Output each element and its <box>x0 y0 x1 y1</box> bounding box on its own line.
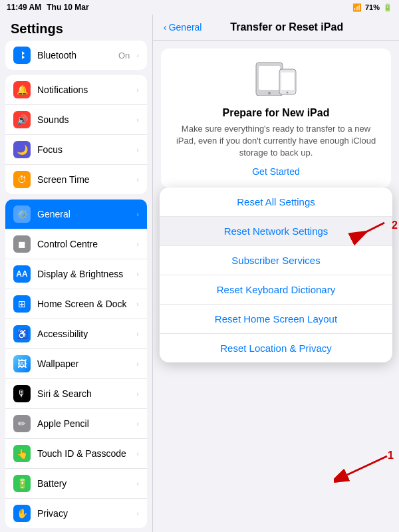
sidebar-title: Settings <box>0 15 152 41</box>
status-time: 11:49 AM <box>7 3 41 12</box>
battery-chevron: › <box>136 479 139 487</box>
sidebar-item-sounds[interactable]: 🔊 Sounds › <box>5 105 147 135</box>
applepencil-label: Apple Pencil <box>37 418 130 429</box>
battery-icon: 🔋 <box>13 475 31 492</box>
prepare-card: Prepare for New iPad Make sure everythin… <box>161 49 391 188</box>
focus-chevron: › <box>136 146 139 154</box>
reset-all-settings-option[interactable]: Reset All Settings <box>160 188 392 217</box>
controlcentre-label: Control Centre <box>37 239 130 249</box>
bluetooth-value: On <box>118 51 130 61</box>
sidebar-item-controlcentre[interactable]: ◼ Control Centre › <box>5 229 147 259</box>
sidebar-item-general[interactable]: ⚙️ General › <box>5 200 147 229</box>
wallpaper-label: Wallpaper <box>37 358 130 369</box>
sidebar-item-applepencil[interactable]: ✏ Apple Pencil › <box>5 409 147 439</box>
sidebar-item-bluetooth[interactable]: Bluetooth On › <box>5 41 147 70</box>
notifications-chevron: › <box>136 86 139 94</box>
sidebar-item-accessibility[interactable]: ♿ Accessibility › <box>5 319 147 349</box>
reset-location-label: Reset Location & Privacy <box>220 342 332 354</box>
screentime-icon: ⏱ <box>13 171 31 188</box>
back-chevron-icon: ‹ <box>164 22 167 33</box>
sidebar-group-system: 🔔 Notifications › 🔊 Sounds › 🌙 Focus › ⏱… <box>5 75 147 194</box>
svg-rect-1 <box>259 66 280 90</box>
devices-svg <box>253 59 299 96</box>
arrow2-svg <box>344 219 398 249</box>
sidebar-item-siri[interactable]: 🎙 Siri & Search › <box>5 379 147 409</box>
screentime-label: Screen Time <box>37 174 130 185</box>
bluetooth-label: Bluetooth <box>37 50 112 61</box>
sidebar-item-wallpaper[interactable]: 🖼 Wallpaper › <box>5 349 147 379</box>
annotation-2: 2 <box>344 219 398 252</box>
focus-icon: 🌙 <box>13 141 31 158</box>
applepencil-icon: ✏ <box>13 415 31 432</box>
status-day: Thu 10 Mar <box>47 3 88 12</box>
reset-keyboard-option[interactable]: Reset Keyboard Dictionary <box>160 275 392 305</box>
sounds-label: Sounds <box>37 114 130 125</box>
sidebar-item-notifications[interactable]: 🔔 Notifications › <box>5 75 147 105</box>
notifications-label: Notifications <box>37 84 130 95</box>
applepencil-chevron: › <box>136 420 139 428</box>
svg-point-2 <box>268 92 271 94</box>
reset-dropdown-overlay: Reset All Settings Reset Network Setting… <box>153 188 399 532</box>
siri-label: Siri & Search <box>37 388 130 399</box>
sidebar-item-touchid[interactable]: 👆 Touch ID & Passcode › <box>5 439 147 469</box>
siri-icon: 🎙 <box>13 385 31 402</box>
display-chevron: › <box>136 270 139 278</box>
sidebar-item-screentime[interactable]: ⏱ Screen Time › <box>5 165 147 194</box>
sidebar-item-focus[interactable]: 🌙 Focus › <box>5 135 147 165</box>
general-icon: ⚙️ <box>13 205 31 223</box>
wifi-icon: 📶 <box>352 3 362 12</box>
privacy-label: Privacy <box>37 508 130 519</box>
svg-line-9 <box>351 223 384 239</box>
svg-rect-4 <box>281 72 294 90</box>
wallpaper-icon: 🖼 <box>13 355 31 372</box>
homescreen-icon: ⊞ <box>13 295 31 313</box>
bluetooth-chevron: › <box>136 51 139 59</box>
reset-homescreen-option[interactable]: Reset Home Screen Layout <box>160 305 392 334</box>
sidebar-item-battery[interactable]: 🔋 Battery › <box>5 469 147 499</box>
sidebar-group-connectivity: Bluetooth On › <box>5 41 147 70</box>
general-label: General <box>37 209 130 219</box>
display-icon: AA <box>13 265 31 283</box>
svg-point-5 <box>287 92 289 94</box>
content-title: Transfer or Reset iPad <box>205 21 368 33</box>
general-chevron: › <box>136 210 139 218</box>
back-button[interactable]: ‹ General <box>164 22 201 33</box>
homescreen-chevron: › <box>136 300 139 308</box>
reset-network-settings-label: Reset Network Settings <box>224 225 329 237</box>
reset-all-settings-label: Reset All Settings <box>237 196 315 207</box>
touchid-icon: 👆 <box>13 445 31 462</box>
sounds-icon: 🔊 <box>13 111 31 128</box>
reset-keyboard-label: Reset Keyboard Dictionary <box>217 284 335 295</box>
wallpaper-chevron: › <box>136 360 139 368</box>
battery-level: 71% <box>365 3 380 11</box>
screentime-chevron: › <box>136 176 139 184</box>
sidebar-item-privacy[interactable]: ✋ Privacy › <box>5 499 147 528</box>
prepare-title: Prepare for New iPad <box>172 107 380 119</box>
status-indicators: 📶 71% 🔋 <box>352 3 392 12</box>
reset-location-option[interactable]: Reset Location & Privacy <box>160 334 392 362</box>
get-started-button[interactable]: Get Started <box>172 166 380 177</box>
touchid-label: Touch ID & Passcode <box>37 448 130 459</box>
touchid-chevron: › <box>136 450 139 458</box>
accessibility-label: Accessibility <box>37 329 130 339</box>
sidebar: Settings Bluetooth On › 🔔 Notifications … <box>0 15 153 532</box>
battery-icon: 🔋 <box>383 3 392 12</box>
reset-dropdown-menu: Reset All Settings Reset Network Setting… <box>160 188 392 362</box>
prepare-description: Make sure everything's ready to transfer… <box>172 123 380 160</box>
reset-homescreen-label: Reset Home Screen Layout <box>215 313 337 325</box>
content-area: ‹ General Transfer or Reset iPad Prep <box>153 15 399 532</box>
content-header: ‹ General Transfer or Reset iPad <box>153 15 399 41</box>
sidebar-item-homescreen[interactable]: ⊞ Home Screen & Dock › <box>5 289 147 319</box>
sidebar-group-general: ⚙️ General › ◼ Control Centre › AA Displ… <box>5 200 147 528</box>
siri-chevron: › <box>136 390 139 398</box>
notifications-icon: 🔔 <box>13 81 31 98</box>
privacy-icon: ✋ <box>13 505 31 522</box>
sounds-chevron: › <box>136 116 139 124</box>
sidebar-item-display[interactable]: AA Display & Brightness › <box>5 259 147 289</box>
back-label: General <box>169 22 202 33</box>
controlcentre-chevron: › <box>136 240 139 248</box>
annotation2-label: 2 <box>392 219 398 231</box>
homescreen-label: Home Screen & Dock <box>37 299 130 309</box>
battery-label: Battery <box>37 478 130 489</box>
display-label: Display & Brightness <box>37 269 130 279</box>
